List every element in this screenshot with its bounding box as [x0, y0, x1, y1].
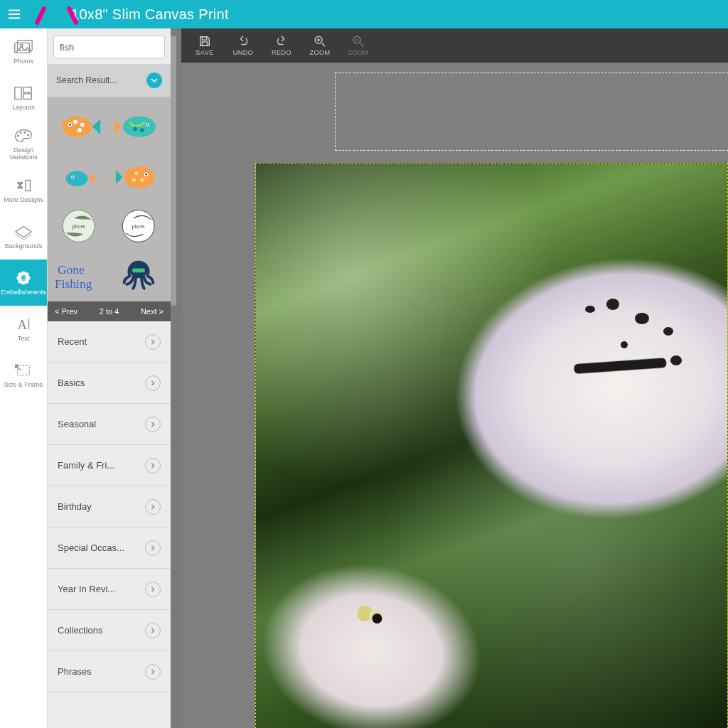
embellishment-tile[interactable] — [55, 107, 103, 146]
menu-button[interactable] — [0, 0, 28, 28]
category-label: Basics — [58, 378, 85, 388]
photo-content — [578, 299, 706, 398]
svg-point-16 — [18, 186, 21, 189]
chevron-right-icon — [150, 669, 156, 675]
svg-point-41 — [80, 122, 85, 127]
results-grid: pisces pisces Gone Fishing — [48, 97, 171, 301]
embellishment-tile[interactable] — [114, 256, 163, 296]
category-item[interactable]: Family & Fri... — [48, 445, 171, 486]
rail-item-layouts[interactable]: Layouts — [0, 75, 47, 121]
embellishment-tile[interactable] — [55, 156, 103, 196]
expand-button[interactable] — [145, 664, 161, 680]
svg-point-17 — [20, 186, 23, 189]
expand-button[interactable] — [145, 458, 161, 473]
rail-item-backgrounds[interactable]: Backgrounds — [0, 213, 47, 259]
expand-button[interactable] — [145, 334, 161, 350]
svg-point-10 — [20, 132, 22, 134]
embellishment-tile[interactable] — [114, 156, 163, 196]
photos-icon — [13, 38, 34, 55]
svg-marker-37 — [92, 119, 100, 134]
category-item[interactable]: Basics — [48, 363, 171, 404]
svg-text:A: A — [18, 316, 28, 331]
editor-toolbar: SAVE UNDO REDO ZOOM ZOOM — [181, 28, 728, 63]
category-item[interactable]: Seasonal — [48, 404, 171, 445]
rail-item-size-frame[interactable]: Size & Frame — [0, 352, 47, 398]
canvas-area[interactable] — [181, 63, 728, 728]
svg-point-52 — [72, 176, 73, 178]
category-item[interactable]: Special Occas... — [48, 528, 171, 569]
toolbar-label: SAVE — [196, 49, 213, 56]
chevron-right-icon — [150, 628, 156, 633]
octopus-icon — [114, 257, 163, 295]
rail-item-photos[interactable]: Photos — [0, 28, 47, 75]
embellishment-tile[interactable] — [114, 107, 163, 146]
results-header-label: Search Result... — [56, 75, 117, 85]
svg-point-27 — [25, 279, 29, 283]
rail-item-more-designs[interactable]: More Designs — [0, 167, 47, 213]
embellishment-tile[interactable]: pisces — [114, 206, 163, 246]
pisces-circle-icon: pisces — [115, 206, 161, 246]
panel-scrollbar[interactable] — [171, 33, 176, 719]
rail-label: Embellishments — [1, 289, 46, 296]
save-button[interactable]: SAVE — [188, 35, 221, 56]
collapse-toggle[interactable] — [146, 73, 162, 88]
redo-button[interactable]: REDO — [265, 35, 298, 56]
scrollbar-thumb[interactable] — [171, 36, 176, 306]
svg-point-36 — [62, 116, 92, 136]
toolbar-label: REDO — [272, 49, 291, 56]
svg-point-74 — [353, 36, 360, 43]
rail-label: Backgrounds — [5, 243, 43, 250]
svg-point-12 — [27, 134, 29, 136]
rail-label: Text — [18, 336, 30, 342]
expand-button[interactable] — [145, 582, 161, 597]
rail-item-design-variations[interactable]: Design Variations — [0, 121, 47, 167]
undo-button[interactable]: UNDO — [227, 35, 259, 56]
photo-content — [255, 540, 513, 728]
svg-marker-50 — [88, 173, 95, 184]
undo-icon — [236, 35, 250, 48]
svg-rect-8 — [23, 94, 31, 100]
results-header[interactable]: Search Result... — [48, 64, 171, 97]
embellishment-tile[interactable]: Gone Fishing — [55, 256, 103, 296]
svg-point-46 — [146, 124, 148, 125]
category-item[interactable]: Recent — [48, 321, 171, 363]
category-label: Phrases — [58, 666, 92, 677]
zoom-out-icon — [351, 35, 365, 48]
category-item[interactable]: Phrases — [48, 651, 171, 692]
expand-button[interactable] — [145, 623, 161, 638]
category-label: Year In Revi... — [58, 584, 115, 594]
svg-rect-7 — [23, 87, 31, 92]
expand-button[interactable] — [145, 417, 161, 432]
rail-label: Layouts — [12, 105, 35, 111]
svg-point-26 — [18, 279, 22, 283]
rail-item-text[interactable]: A Text — [0, 306, 47, 352]
pager-next[interactable]: Next > — [141, 307, 164, 316]
zoom-button[interactable]: ZOOM — [304, 35, 336, 56]
category-item[interactable]: Birthday — [48, 486, 171, 528]
selected-photo[interactable] — [255, 163, 728, 728]
category-item[interactable]: Collections — [48, 610, 171, 651]
rail-label: Size & Frame — [4, 382, 43, 388]
zoom-in-icon — [313, 35, 327, 48]
rail-label: Design Variations — [0, 147, 47, 161]
expand-button[interactable] — [145, 499, 161, 515]
svg-rect-68 — [202, 37, 206, 41]
chevron-right-icon — [150, 339, 156, 345]
expand-button[interactable] — [145, 540, 161, 556]
svg-point-13 — [18, 181, 21, 184]
expand-button[interactable] — [145, 375, 161, 391]
search-input[interactable] — [54, 42, 165, 53]
svg-rect-6 — [15, 87, 21, 99]
rail-label: More Designs — [4, 197, 43, 203]
redo-icon — [274, 35, 289, 48]
search-field — [53, 36, 165, 58]
pager-prev[interactable]: < Prev — [55, 307, 77, 316]
svg-point-56 — [145, 173, 147, 176]
svg-point-24 — [18, 272, 22, 277]
search-wrap — [48, 28, 171, 64]
category-item[interactable]: Year In Revi... — [48, 569, 171, 610]
embellishment-tile[interactable]: pisces — [55, 206, 103, 246]
svg-point-25 — [25, 272, 29, 277]
svg-line-71 — [322, 43, 326, 46]
rail-item-embellishments[interactable]: Embellishments — [0, 259, 47, 306]
